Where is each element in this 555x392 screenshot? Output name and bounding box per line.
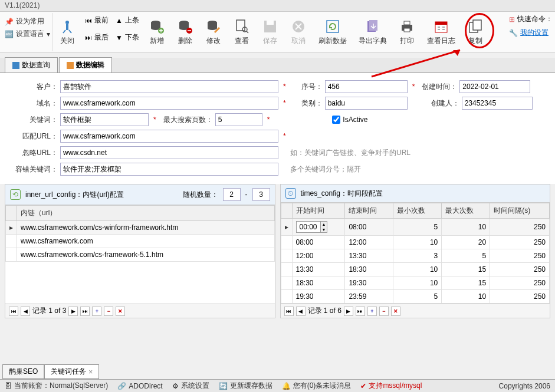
inner-url-grid[interactable]: 内链（url） ▸www.csframework.com/cs-winform-… (5, 205, 275, 304)
nav-first-btn[interactable]: ⏮ (9, 307, 18, 316)
nav-first[interactable]: 最前 (94, 15, 109, 25)
cell-interval[interactable]: 250 (490, 290, 550, 304)
cell-end[interactable]: 19:30 (345, 276, 393, 290)
row-indicator (281, 236, 292, 249)
matchurl-input[interactable] (60, 130, 278, 143)
cell-end[interactable]: 18:30 (345, 263, 393, 276)
copy-button[interactable]: 复制 (461, 13, 490, 51)
spin-up-icon[interactable]: ▲ (320, 222, 327, 227)
isactive-checkbox[interactable]: IsActive (332, 116, 367, 124)
set-default-button[interactable]: 📌设为常用 (5, 17, 50, 27)
nav-first-btn[interactable]: ⏮ (284, 307, 294, 316)
cell-max[interactable]: 20 (442, 236, 490, 249)
cell-end[interactable]: 23:59 (345, 290, 393, 304)
status-update-cache[interactable]: 🔄更新缓存数据 (219, 381, 272, 391)
cell-end[interactable]: 13:30 (345, 249, 393, 263)
domain-input[interactable] (60, 97, 278, 110)
tab-data-edit[interactable]: 数据编辑 (59, 57, 112, 73)
random-to-input[interactable] (252, 188, 270, 201)
last-icon[interactable]: ⏭ (85, 34, 92, 42)
my-settings-link[interactable]: 🔧我的设置 (509, 28, 549, 38)
status-messages[interactable]: 🔔您有(0)条未读消息 (282, 381, 352, 391)
keyword-input[interactable] (60, 113, 149, 126)
creator-input[interactable] (462, 97, 533, 110)
cell-min[interactable]: 3 (393, 249, 442, 263)
cell-min[interactable]: 10 (393, 236, 442, 249)
nav-add-btn[interactable]: + (92, 307, 101, 316)
refresh-button[interactable]: 刷新数据 (313, 13, 353, 51)
cell-interval[interactable]: 250 (490, 263, 550, 276)
faultkw-input[interactable] (60, 163, 278, 176)
cancel-button[interactable]: 取消 (284, 13, 313, 51)
table-row[interactable]: www.csframework.com/cs-winform-framework… (17, 221, 275, 235)
next-icon[interactable]: ▼ (116, 34, 123, 42)
start-time-spinner[interactable]: ▲▼ (296, 221, 328, 233)
status-settings[interactable]: ⚙系统设置 (172, 381, 209, 391)
set-language-button[interactable]: 🔤设置语言▾ (5, 29, 50, 39)
nav-prev[interactable]: 上条 (125, 15, 139, 25)
nav-last-btn[interactable]: ⏭ (356, 307, 365, 316)
cell-max[interactable]: 15 (442, 276, 490, 290)
cell-max[interactable]: 15 (442, 263, 490, 276)
cell-start[interactable]: 18:30 (292, 276, 345, 290)
category-select[interactable] (325, 97, 408, 110)
random-from-input[interactable] (223, 188, 241, 201)
nav-cancel-btn[interactable]: ✕ (391, 307, 400, 316)
cell-start[interactable]: ▲▼ (292, 219, 345, 236)
nav-prev-btn[interactable]: ◀ (296, 307, 306, 316)
nav-del-btn[interactable]: − (104, 307, 113, 316)
cell-end[interactable]: 08:00 (345, 219, 393, 236)
tab-data-query[interactable]: 数据查询 (5, 57, 58, 73)
seq-input[interactable] (325, 80, 408, 93)
cell-start[interactable]: 19:30 (292, 290, 345, 304)
viewlog-button[interactable]: 查看日志 (421, 13, 461, 51)
cell-max[interactable]: 10 (442, 290, 490, 304)
cell-start[interactable]: 12:00 (292, 249, 345, 263)
cell-interval[interactable]: 250 (490, 219, 550, 236)
status-ado[interactable]: 🔗ADODirect (117, 382, 162, 390)
save-button[interactable]: 保存 (256, 13, 284, 51)
quick-command[interactable]: ⊞快速命令： (509, 14, 553, 24)
cell-interval[interactable]: 250 (490, 236, 550, 249)
view-button[interactable]: 查看 (228, 13, 256, 51)
createtime-input[interactable] (459, 80, 530, 93)
cell-end[interactable]: 12:00 (345, 236, 393, 249)
cell-interval[interactable]: 250 (490, 249, 550, 263)
export-dict-button[interactable]: 导出字典 (353, 13, 393, 51)
cell-interval[interactable]: 250 (490, 276, 550, 290)
tab-keyword-task[interactable]: 关键词任务× (44, 364, 99, 379)
table-row[interactable]: www.csframework.com (17, 235, 275, 248)
maxpages-input[interactable] (215, 113, 262, 126)
cell-start[interactable]: 08:00 (292, 236, 345, 249)
cell-min[interactable]: 5 (393, 219, 442, 236)
nav-del-btn[interactable]: − (379, 307, 389, 316)
first-icon[interactable]: ⏮ (85, 17, 92, 25)
times-config-grid[interactable]: 开始时间 结束时间 最小次数 最大次数 时间间隔(s) ▸ ▲▼ 08:00 5… (281, 203, 550, 304)
cell-min[interactable]: 10 (393, 276, 442, 290)
cell-start[interactable]: 13:30 (292, 263, 345, 276)
close-button[interactable]: 关闭 (53, 13, 81, 51)
nav-cancel-btn[interactable]: ✕ (116, 307, 125, 316)
spin-down-icon[interactable]: ▼ (320, 227, 327, 232)
cell-max[interactable]: 5 (442, 249, 490, 263)
cell-min[interactable]: 5 (393, 290, 442, 304)
nav-next[interactable]: 下条 (125, 32, 139, 42)
nav-next-btn[interactable]: ▶ (68, 307, 78, 316)
cell-min[interactable]: 10 (393, 263, 442, 276)
delete-button[interactable]: 删除 (171, 13, 199, 51)
modify-button[interactable]: 修改 (199, 13, 228, 51)
prev-icon[interactable]: ▲ (116, 17, 123, 25)
nav-next-btn[interactable]: ▶ (344, 307, 353, 316)
nav-last[interactable]: 最后 (94, 32, 109, 42)
table-row[interactable]: www.csframework.com/cs-framework-5.1.htm (17, 248, 275, 262)
nav-last-btn[interactable]: ⏭ (80, 307, 90, 316)
close-icon[interactable]: × (88, 368, 93, 376)
print-button[interactable]: 打印 (393, 13, 421, 51)
ignoreurl-input[interactable] (60, 146, 278, 159)
customer-input[interactable] (60, 80, 278, 93)
add-button[interactable]: 新增 (143, 13, 171, 51)
nav-add-btn[interactable]: + (367, 307, 377, 316)
tab-seo[interactable]: 鹊巢SEO (2, 364, 44, 379)
cell-max[interactable]: 10 (442, 219, 490, 236)
nav-prev-btn[interactable]: ◀ (21, 307, 30, 316)
